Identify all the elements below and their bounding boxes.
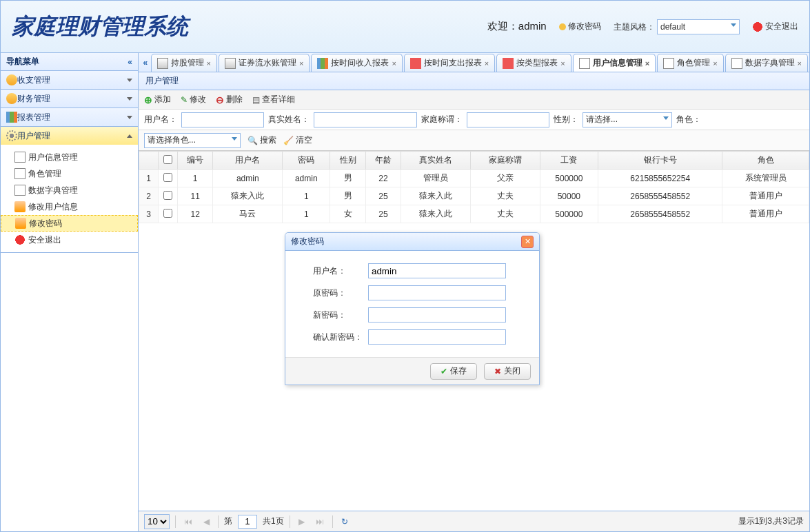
- tab-bar: « 持股管理× 证券流水账管理× 按时间收入报表× 按时间支出报表× 按类型报表…: [139, 53, 809, 72]
- folder-icon: [225, 58, 236, 69]
- x-icon: ✖: [494, 367, 501, 376]
- page-size-select[interactable]: 10: [144, 514, 170, 529]
- gear-icon: [6, 130, 17, 141]
- theme-area: 主题风格： default: [614, 19, 740, 34]
- tab-dict[interactable]: 数据字典管理×: [725, 54, 808, 72]
- view-button[interactable]: ▤查看详细: [252, 94, 295, 105]
- table-row[interactable]: 211猿来入此1男25猿来入此丈夫500002658555458552普通用户: [139, 187, 809, 205]
- close-icon[interactable]: ×: [645, 59, 649, 68]
- edit-icon: [15, 218, 26, 229]
- first-page[interactable]: ⏮: [181, 517, 195, 526]
- row-checkbox[interactable]: [163, 209, 172, 218]
- sidebar-title: 导航菜单 «: [1, 53, 138, 71]
- table-row[interactable]: 312马云1女25猿来入此丈夫5000002658555458552普通用户: [139, 205, 809, 223]
- panel-title: 用户管理: [139, 72, 809, 90]
- edit-icon: [14, 201, 26, 212]
- delete-button[interactable]: ⊖删除: [216, 94, 243, 105]
- theme-select[interactable]: default: [657, 19, 740, 34]
- money-icon: [6, 93, 17, 104]
- chart-icon: [317, 58, 328, 69]
- tab-stock[interactable]: 持股管理×: [151, 54, 217, 72]
- add-button[interactable]: ⊕添加: [144, 94, 171, 105]
- gender-select[interactable]: 请选择...: [583, 112, 672, 127]
- pager-info: 显示1到3,共3记录: [738, 515, 804, 527]
- sidebar-item-dict[interactable]: 数据字典管理: [1, 182, 138, 198]
- close-icon[interactable]: ×: [485, 59, 489, 68]
- app-header: 家庭理财管理系统 欢迎：admin 修改密码 主题风格： default 安全退…: [1, 1, 809, 53]
- logout-link[interactable]: 安全退出: [752, 21, 798, 32]
- sidebar-group-finance[interactable]: 财务管理: [1, 90, 138, 108]
- search-icon: 🔍: [247, 136, 258, 145]
- dlg-username[interactable]: [368, 263, 506, 278]
- page-input[interactable]: [238, 515, 257, 529]
- save-button[interactable]: ✔保存: [430, 363, 477, 380]
- search-realname[interactable]: [314, 112, 417, 127]
- tab-scroll-left[interactable]: «: [140, 54, 151, 72]
- sidebar: 导航菜单 « 收支管理 财务管理 报表管理 用户管理 用户信息管理 角色管理 数…: [1, 53, 139, 531]
- org-icon: [503, 58, 514, 69]
- chart-icon: [6, 112, 17, 123]
- detail-icon: ▤: [252, 95, 260, 105]
- toolbar: ⊕添加 ✎修改 ⊖删除 ▤查看详细: [139, 90, 809, 110]
- dialog-close-button[interactable]: ✕: [521, 236, 534, 248]
- search-username[interactable]: [181, 112, 264, 127]
- prev-page[interactable]: ◀: [201, 517, 212, 526]
- refresh-button[interactable]: ↻: [338, 517, 351, 526]
- sidebar-item-logout[interactable]: 安全退出: [1, 232, 138, 248]
- exit-icon: [14, 234, 26, 245]
- close-icon[interactable]: ×: [713, 59, 717, 68]
- doc-icon: [663, 58, 674, 69]
- sidebar-group-user[interactable]: 用户管理: [1, 127, 138, 145]
- folder-icon: [157, 58, 168, 69]
- next-page[interactable]: ▶: [296, 517, 307, 526]
- close-icon[interactable]: ×: [299, 59, 303, 68]
- dlg-new-pwd[interactable]: [368, 307, 506, 323]
- sidebar-item-edit-user[interactable]: 修改用户信息: [1, 198, 138, 215]
- row-checkbox[interactable]: [163, 191, 172, 200]
- select-all-checkbox[interactable]: [163, 155, 172, 164]
- org-icon: [410, 58, 421, 69]
- close-icon[interactable]: ×: [392, 59, 396, 68]
- check-icon: ✔: [441, 367, 447, 376]
- sidebar-item-change-pwd[interactable]: 修改密码: [1, 215, 138, 232]
- tab-income-time[interactable]: 按时间收入报表×: [311, 54, 402, 72]
- pencil-icon: ✎: [181, 95, 188, 105]
- key-icon: [559, 23, 566, 30]
- close-icon[interactable]: ×: [798, 59, 802, 68]
- tab-role[interactable]: 角色管理×: [657, 54, 723, 72]
- exit-icon: [752, 21, 763, 32]
- doc-icon: [14, 185, 26, 196]
- doc-icon: [14, 168, 26, 179]
- change-password-link[interactable]: 修改密码: [559, 21, 601, 32]
- search-row-2: 请选择角色... 🔍搜索 🧹清空: [139, 130, 809, 151]
- sidebar-item-user-info[interactable]: 用户信息管理: [1, 149, 138, 165]
- dlg-old-pwd[interactable]: [368, 285, 506, 300]
- sidebar-group-income[interactable]: 收支管理: [1, 71, 138, 89]
- collapse-icon[interactable]: «: [128, 57, 132, 67]
- tab-type-report[interactable]: 按类型报表×: [496, 54, 571, 72]
- role-select[interactable]: 请选择角色...: [144, 133, 241, 148]
- doc-icon: [731, 58, 742, 69]
- edit-button[interactable]: ✎修改: [181, 94, 206, 105]
- change-password-dialog: 修改密码 ✕ 用户名： 原密码： 新密码： 确认新密码： ✔保存 ✖关闭: [285, 232, 540, 385]
- tab-securities[interactable]: 证券流水账管理×: [219, 54, 310, 72]
- clear-button[interactable]: 🧹清空: [283, 134, 312, 146]
- close-button[interactable]: ✖关闭: [484, 363, 531, 380]
- pager: 10 ⏮ ◀ 第 共1页 ▶ ⏭ ↻ 显示1到3,共3记录: [139, 511, 809, 531]
- close-icon[interactable]: ×: [207, 59, 211, 68]
- close-icon[interactable]: ×: [560, 59, 565, 68]
- sidebar-group-report[interactable]: 报表管理: [1, 108, 138, 126]
- tab-expense-time[interactable]: 按时间支出报表×: [404, 54, 495, 72]
- tab-user-info[interactable]: 用户信息管理×: [573, 54, 656, 72]
- sidebar-item-role[interactable]: 角色管理: [1, 165, 138, 182]
- dlg-confirm-pwd[interactable]: [368, 329, 506, 345]
- money-icon: [6, 74, 17, 85]
- doc-icon: [579, 58, 590, 69]
- row-checkbox[interactable]: [163, 173, 172, 182]
- search-button[interactable]: 🔍搜索: [247, 134, 276, 146]
- table-row[interactable]: 11adminadmin男22管理员父亲5000006215855652254系…: [139, 170, 809, 187]
- search-family[interactable]: [467, 112, 549, 127]
- last-page[interactable]: ⏭: [313, 517, 327, 526]
- doc-icon: [14, 152, 26, 163]
- app-title: 家庭理财管理系统: [12, 12, 188, 42]
